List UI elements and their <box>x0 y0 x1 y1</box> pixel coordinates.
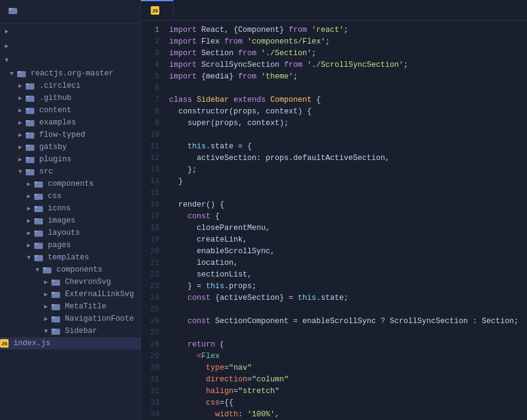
code-line-27 <box>169 327 522 339</box>
tree-item-label: images <box>48 216 75 225</box>
tree-item-external-link-svg[interactable]: ▶ ExternalLinkSvg <box>0 288 140 300</box>
code-line-10 <box>169 129 522 141</box>
tree-item-src[interactable]: ▼ src <box>0 166 140 178</box>
tree-item-gatsby[interactable]: ▶ gatsby <box>0 141 140 153</box>
tree-item-content[interactable]: ▶ content <box>0 104 140 116</box>
tree-item-components[interactable]: ▶ components <box>0 178 140 190</box>
chevron-icon: ▶ <box>18 94 22 102</box>
chevron-icon: ▶ <box>44 315 48 323</box>
code-line-22: sectionList, <box>169 269 522 281</box>
code-line-28: return ( <box>169 339 522 351</box>
tree-item-label: reactjs.org-master <box>31 69 113 78</box>
tree-item-label: components <box>48 180 94 188</box>
chevron-icon: ▶ <box>44 291 48 298</box>
chevron-icon: ▶ <box>18 119 22 126</box>
tree-item-meta-title[interactable]: ▶ MetaTitle <box>0 300 140 313</box>
svg-rect-39 <box>51 292 55 294</box>
tree-item-label: css <box>48 192 62 200</box>
code-line-32: halign="stretch" <box>169 386 522 397</box>
line-numbers: 1234567891011121314151617181920212223242… <box>141 21 164 420</box>
tree-item-circleci[interactable]: ▶ .circleci <box>0 80 140 92</box>
chevron-icon: ▼ <box>5 57 9 64</box>
chevron-icon: ▶ <box>18 156 22 163</box>
code-line-12: activeSection: props.defaultActiveSectio… <box>169 153 522 164</box>
code-line-16: render() { <box>169 199 522 211</box>
tree-item-label: templates <box>48 253 89 262</box>
chevron-icon: ▶ <box>27 180 31 188</box>
tree-item-label: .github <box>39 94 72 102</box>
svg-rect-41 <box>51 304 55 306</box>
tree-item-label: Sidebar <box>65 327 97 335</box>
svg-rect-25 <box>34 206 37 208</box>
tree-item-label: icons <box>48 204 71 213</box>
svg-rect-7 <box>26 96 29 97</box>
tree-item-reactjs-org-master[interactable]: ▼ reactjs.org-master <box>0 67 140 80</box>
svg-rect-1 <box>9 8 12 10</box>
svg-rect-13 <box>26 132 29 134</box>
sidebar-atom-tab[interactable] <box>0 0 140 24</box>
editor-tab-bar: JS <box>141 0 527 21</box>
code-line-17: const { <box>169 211 522 223</box>
tree-item-examples[interactable]: ▶ examples <box>0 116 140 129</box>
svg-rect-15 <box>26 145 29 147</box>
code-line-5: import {media} from 'theme'; <box>169 71 522 83</box>
tree-item-layouts[interactable]: ▶ layouts <box>0 227 140 239</box>
code-line-9: super(props, context); <box>169 118 522 129</box>
chevron-icon: ▶ <box>5 28 9 35</box>
tree-item-icons[interactable]: ▶ icons <box>0 202 140 215</box>
code-area: 1234567891011121314151617181920212223242… <box>141 21 527 420</box>
code-line-2: import Flex from 'components/Flex'; <box>169 36 522 48</box>
chevron-icon: ▶ <box>27 217 31 224</box>
tree-item-sidebar-index[interactable]: JSindex.js <box>0 337 140 349</box>
svg-rect-31 <box>34 243 37 245</box>
code-line-13: }; <box>169 164 522 176</box>
tree-item-label: content <box>39 106 72 115</box>
svg-rect-17 <box>26 157 29 159</box>
code-line-21: location, <box>169 258 522 269</box>
tree-item-images[interactable]: ▶ images <box>0 215 140 227</box>
chevron-icon: ▼ <box>27 254 31 261</box>
svg-rect-21 <box>34 181 37 183</box>
chevron-icon: ▶ <box>18 143 22 151</box>
tree-item-label: gatsby <box>39 143 67 151</box>
svg-rect-37 <box>51 280 55 281</box>
tree-item-label: NavigationFoote <box>65 315 134 323</box>
code-line-14: } <box>169 176 522 188</box>
tree-item-flow-typed[interactable]: ▶ flow-typed <box>0 129 140 141</box>
open-files-section[interactable]: ▶ <box>0 39 140 53</box>
svg-rect-33 <box>34 255 38 257</box>
svg-rect-45 <box>51 329 55 330</box>
svg-rect-43 <box>51 316 55 318</box>
tree-item-nav-footer[interactable]: ▶ NavigationFoote <box>0 313 140 325</box>
tree-item-templates[interactable]: ▼ templates <box>0 251 140 264</box>
code-content[interactable]: import React, {Component} from 'react';i… <box>164 21 527 420</box>
code-line-30: type="nav" <box>169 362 522 374</box>
tree-item-css[interactable]: ▶ css <box>0 190 140 202</box>
tree-item-templates-components[interactable]: ▼ components <box>0 264 140 276</box>
code-line-1: import React, {Component} from 'react'; <box>169 25 522 36</box>
chevron-icon: ▶ <box>5 42 9 50</box>
svg-rect-3 <box>17 71 21 73</box>
chevron-icon: ▼ <box>18 169 22 175</box>
tree-item-chevron-svg[interactable]: ▶ ChevronSvg <box>0 276 140 288</box>
tree-item-label: ChevronSvg <box>65 278 111 286</box>
editor-tab-sidebar-js[interactable]: JS <box>141 0 173 20</box>
code-line-23: } = this.props; <box>169 281 522 292</box>
folders-section[interactable]: ▼ <box>0 53 140 67</box>
code-line-3: import Section from './Section'; <box>169 48 522 59</box>
tree-item-pages[interactable]: ▶ pages <box>0 239 140 251</box>
tree-item-label: .circleci <box>39 82 81 90</box>
tree-item-sidebar-folder[interactable]: ▼ Sidebar <box>0 325 140 337</box>
chevron-icon: ▶ <box>27 229 31 237</box>
chevron-icon: ▶ <box>44 278 48 286</box>
code-line-7: class Sidebar extends Component { <box>169 94 522 106</box>
code-line-34: width: '100%', <box>169 409 522 420</box>
code-line-29: <Flex <box>169 351 522 362</box>
tree-item-label: components <box>56 265 102 274</box>
svg-rect-9 <box>26 108 29 110</box>
uncommitted-changes-section[interactable]: ▶ <box>0 24 140 39</box>
svg-rect-19 <box>26 169 29 171</box>
tree-item-plugins[interactable]: ▶ plugins <box>0 153 140 166</box>
sidebar: ▶ ▶ ▼ ▼ reactjs.org-master▶ .circleci▶ .… <box>0 0 141 420</box>
tree-item-github[interactable]: ▶ .github <box>0 92 140 104</box>
